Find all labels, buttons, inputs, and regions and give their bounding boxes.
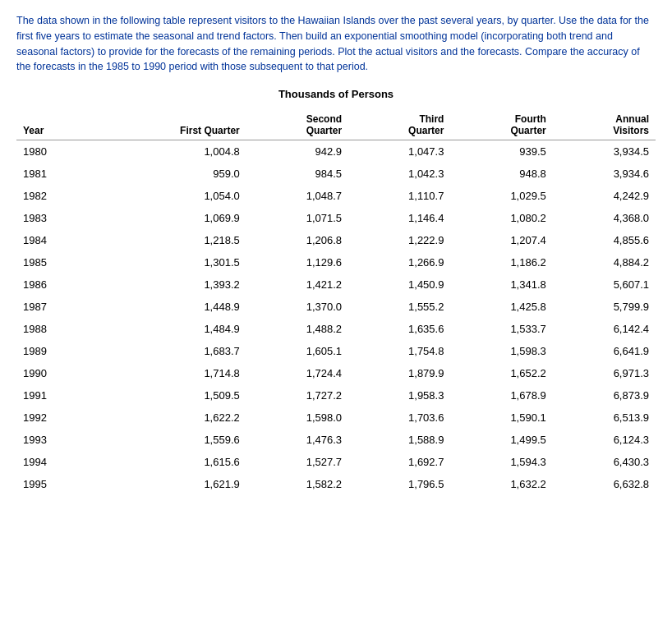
cell-q2-1980: 942.9 (246, 140, 348, 163)
table-row: 19891,683.71,605.11,754.81,598.36,641.9 (16, 340, 656, 362)
q3-header-line2: Quarter (408, 125, 444, 136)
cell-q2-1991: 1,727.2 (246, 384, 348, 407)
cell-q4-1992: 1,590.1 (450, 407, 552, 429)
cell-q1-1983: 1,069.9 (94, 207, 246, 229)
cell-year-1983: 1983 (16, 207, 94, 229)
cell-q4-1981: 948.8 (450, 163, 552, 185)
q1-header: First Quarter (94, 110, 246, 140)
cell-year-1980: 1980 (16, 140, 94, 163)
cell-q3-1980: 1,047.3 (348, 140, 450, 163)
cell-q3-1986: 1,450.9 (348, 273, 450, 296)
cell-q4-1994: 1,594.3 (450, 451, 552, 473)
table-row: 19861,393.21,421.21,450.91,341.85,607.1 (16, 273, 656, 296)
cell-q2-1982: 1,048.7 (246, 185, 348, 207)
cell-q4-1986: 1,341.8 (450, 273, 552, 296)
cell-q1-1991: 1,509.5 (94, 384, 246, 407)
cell-annual-1989: 6,641.9 (553, 340, 656, 362)
cell-annual-1994: 6,430.3 (553, 451, 656, 473)
cell-q2-1992: 1,598.0 (246, 407, 348, 429)
cell-annual-1980: 3,934.5 (553, 140, 656, 163)
cell-annual-1990: 6,971.3 (553, 362, 656, 384)
table-row: 19881,484.91,488.21,635.61,533.76,142.4 (16, 318, 656, 340)
cell-annual-1991: 6,873.9 (553, 384, 656, 407)
cell-q2-1981: 984.5 (246, 163, 348, 185)
cell-q1-1986: 1,393.2 (94, 273, 246, 296)
cell-q4-1989: 1,598.3 (450, 340, 552, 362)
cell-q2-1994: 1,527.7 (246, 451, 348, 473)
cell-q1-1981: 959.0 (94, 163, 246, 185)
cell-annual-1992: 6,513.9 (553, 407, 656, 429)
cell-q3-1992: 1,703.6 (348, 407, 450, 429)
cell-q1-1995: 1,621.9 (94, 473, 246, 495)
data-table: Year First Quarter Second Quarter Third … (16, 110, 656, 495)
cell-q1-1992: 1,622.2 (94, 407, 246, 429)
cell-q3-1981: 1,042.3 (348, 163, 450, 185)
cell-q3-1991: 1,958.3 (348, 384, 450, 407)
cell-year-1982: 1982 (16, 185, 94, 207)
cell-q3-1988: 1,635.6 (348, 318, 450, 340)
cell-annual-1983: 4,368.0 (553, 207, 656, 229)
cell-year-1986: 1986 (16, 273, 94, 296)
cell-q4-1995: 1,632.2 (450, 473, 552, 495)
cell-q3-1982: 1,110.7 (348, 185, 450, 207)
cell-q4-1991: 1,678.9 (450, 384, 552, 407)
header-row-top: Year First Quarter Second Quarter Third … (16, 110, 656, 140)
cell-q3-1983: 1,146.4 (348, 207, 450, 229)
cell-q2-1987: 1,370.0 (246, 296, 348, 318)
cell-q1-1988: 1,484.9 (94, 318, 246, 340)
table-row: 19841,218.51,206.81,222.91,207.44,855.6 (16, 229, 656, 251)
table-title: Thousands of Persons (16, 88, 656, 100)
cell-q1-1982: 1,054.0 (94, 185, 246, 207)
table-row: 1981959.0984.51,042.3948.83,934.6 (16, 163, 656, 185)
cell-year-1989: 1989 (16, 340, 94, 362)
table-row: 19931,559.61,476.31,588.91,499.56,124.3 (16, 429, 656, 451)
q2-header-line1: Second (306, 113, 342, 125)
cell-q2-1990: 1,724.4 (246, 362, 348, 384)
cell-q3-1989: 1,754.8 (348, 340, 450, 362)
cell-year-1984: 1984 (16, 229, 94, 251)
annual-header: Annual Visitors (553, 110, 656, 140)
cell-year-1992: 1992 (16, 407, 94, 429)
cell-year-1994: 1994 (16, 451, 94, 473)
cell-q2-1985: 1,129.6 (246, 251, 348, 273)
q4-header: Fourth Quarter (450, 110, 552, 140)
cell-annual-1993: 6,124.3 (553, 429, 656, 451)
cell-q3-1984: 1,222.9 (348, 229, 450, 251)
cell-q4-1983: 1,080.2 (450, 207, 552, 229)
cell-q3-1987: 1,555.2 (348, 296, 450, 318)
cell-q4-1990: 1,652.2 (450, 362, 552, 384)
cell-q1-1985: 1,301.5 (94, 251, 246, 273)
cell-year-1987: 1987 (16, 296, 94, 318)
cell-q4-1985: 1,186.2 (450, 251, 552, 273)
table-row: 19801,004.8942.91,047.3939.53,934.5 (16, 140, 656, 163)
cell-q1-1980: 1,004.8 (94, 140, 246, 163)
cell-year-1991: 1991 (16, 384, 94, 407)
cell-q2-1993: 1,476.3 (246, 429, 348, 451)
table-row: 19921,622.21,598.01,703.61,590.16,513.9 (16, 407, 656, 429)
cell-annual-1982: 4,242.9 (553, 185, 656, 207)
cell-q2-1984: 1,206.8 (246, 229, 348, 251)
cell-q3-1993: 1,588.9 (348, 429, 450, 451)
cell-year-1981: 1981 (16, 163, 94, 185)
cell-q3-1994: 1,692.7 (348, 451, 450, 473)
cell-q1-1984: 1,218.5 (94, 229, 246, 251)
cell-annual-1984: 4,855.6 (553, 229, 656, 251)
cell-year-1985: 1985 (16, 251, 94, 273)
cell-q1-1987: 1,448.9 (94, 296, 246, 318)
cell-q1-1989: 1,683.7 (94, 340, 246, 362)
cell-annual-1987: 5,799.9 (553, 296, 656, 318)
cell-q4-1980: 939.5 (450, 140, 552, 163)
cell-q4-1993: 1,499.5 (450, 429, 552, 451)
cell-q2-1986: 1,421.2 (246, 273, 348, 296)
cell-q4-1988: 1,533.7 (450, 318, 552, 340)
cell-q1-1994: 1,615.6 (94, 451, 246, 473)
cell-q3-1985: 1,266.9 (348, 251, 450, 273)
table-row: 19821,054.01,048.71,110.71,029.54,242.9 (16, 185, 656, 207)
cell-annual-1981: 3,934.6 (553, 163, 656, 185)
q4-header-line1: Fourth (515, 113, 546, 125)
cell-annual-1986: 5,607.1 (553, 273, 656, 296)
q3-header: Third Quarter (348, 110, 450, 140)
table-row: 19951,621.91,582.21,796.51,632.26,632.8 (16, 473, 656, 495)
q2-header: Second Quarter (246, 110, 348, 140)
annual-header-line1: Annual (615, 113, 649, 125)
